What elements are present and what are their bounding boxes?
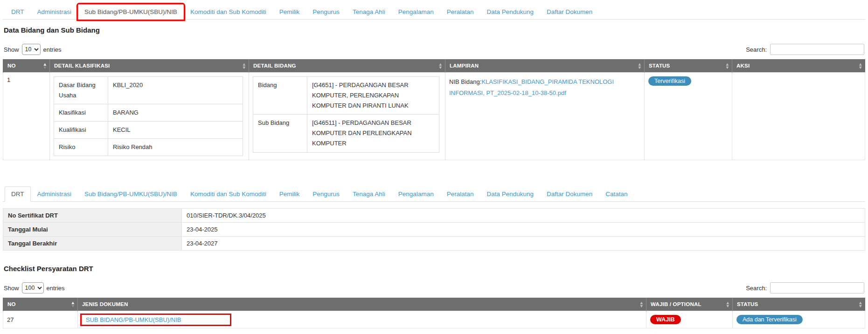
kv-label: Tanggal Berakhir xyxy=(3,237,182,251)
tab-administrasi[interactable]: Administrasi xyxy=(31,4,78,20)
tab-daftar-dokumen[interactable]: Daftar Dokumen xyxy=(540,4,599,20)
cell-lampiran: NIB Bidang:KLASIFIKASI_BIDANG_PIRAMIDA T… xyxy=(445,73,645,160)
col-label: NO xyxy=(7,63,16,68)
sort-asc-icon xyxy=(44,62,46,69)
tab2-pemilik[interactable]: Pemilik xyxy=(273,186,306,202)
tab-pengurus[interactable]: Pengurus xyxy=(306,4,346,20)
show-label: Show xyxy=(4,46,19,53)
search-label: Search: xyxy=(746,46,767,53)
kv-row: Tanggal Mulai23-04-2025 xyxy=(3,223,865,237)
section-title-checklist: Checklist Persyaratan DRT xyxy=(4,265,865,273)
inner-row: KualifikasiKECIL xyxy=(54,122,243,139)
checklist-search-input[interactable] xyxy=(770,282,864,293)
kv-value: 23-04-2027 xyxy=(182,237,865,251)
col-label: NO xyxy=(7,301,16,307)
kv-value: 010/SIER-TDR/DK.3/04/2025 xyxy=(182,209,865,223)
sort-icon xyxy=(859,62,861,69)
bidang-table-row: 1 Dasar Bidang UsahaKBLI_2020 Klasifikas… xyxy=(3,73,865,160)
primary-tabbar: DRT Administrasi Sub Bidang/PB-UMKU(SBU)… xyxy=(3,4,865,20)
cell-no: 27 xyxy=(3,311,78,328)
tab2-pengalaman[interactable]: Pengalaman xyxy=(392,186,440,202)
klasifikasi-inner-table: Dasar Bidang UsahaKBLI_2020 KlasifikasiB… xyxy=(54,76,243,156)
inner-value: KECIL xyxy=(108,122,243,139)
tab-sub-bidang-pb-umku[interactable]: Sub Bidang/PB-UMKU(SBU)/NIB xyxy=(78,4,184,20)
spacer xyxy=(3,160,865,186)
tab2-sub-bidang-pb-umku[interactable]: Sub Bidang/PB-UMKU(SBU)/NIB xyxy=(78,186,184,202)
sort-icon xyxy=(243,62,245,69)
checklist-col-status[interactable]: STATUS xyxy=(733,298,865,311)
cell-aksi xyxy=(732,73,865,160)
tab-komoditi[interactable]: Komoditi dan Sub Komoditi xyxy=(184,4,273,20)
bidang-col-lampiran[interactable]: LAMPIRAN xyxy=(445,59,645,73)
tab2-tenaga-ahli[interactable]: Tenaga Ahli xyxy=(346,186,392,202)
inner-row: KlasifikasiBARANG xyxy=(54,104,243,122)
kv-value: 23-04-2025 xyxy=(182,223,865,237)
sort-icon xyxy=(639,62,641,69)
sort-icon xyxy=(727,301,729,307)
entries-label: entries xyxy=(43,46,62,53)
kv-label: Tanggal Mulai xyxy=(3,223,182,237)
section-title-bidang: Data Bidang dan Sub Bidang xyxy=(4,26,865,34)
checklist-col-jenis-dokumen[interactable]: JENIS DOKUMEN xyxy=(78,298,646,311)
sort-asc-icon xyxy=(72,301,74,307)
tab-peralatan[interactable]: Peralatan xyxy=(440,4,480,20)
bidang-page-length-control: Show 10 entries xyxy=(4,44,62,55)
inner-value: KBLI_2020 xyxy=(108,77,243,104)
inner-label: Klasifikasi xyxy=(54,104,108,122)
sort-icon xyxy=(640,301,643,307)
sort-icon xyxy=(726,62,729,69)
col-label: DETAIL KLASIFIKASI xyxy=(54,63,110,68)
tab-data-pendukung[interactable]: Data Pendukung xyxy=(480,4,540,20)
entries-label: entries xyxy=(47,285,65,292)
checklist-col-no[interactable]: NO xyxy=(3,298,78,311)
drt-detail-table: No Sertifikat DRT010/SIER-TDR/DK.3/04/20… xyxy=(3,208,865,251)
jenis-dokumen-link[interactable]: SUB BIDANG/PB-UMKU(SBU)/NIB xyxy=(86,316,181,323)
checklist-search-control: Search: xyxy=(746,282,864,293)
bidang-table-controls: Show 10 entries Search: xyxy=(4,44,864,55)
page: DRT Administrasi Sub Bidang/PB-UMKU(SBU)… xyxy=(0,0,868,334)
bidang-col-detail-bidang[interactable]: DETAIL BIDANG xyxy=(249,59,445,73)
bidang-page-length-select[interactable]: 10 xyxy=(22,44,41,55)
col-label: JENIS DOKUMEN xyxy=(82,301,128,307)
bidang-search-input[interactable] xyxy=(770,44,864,55)
tab2-pengurus[interactable]: Pengurus xyxy=(306,186,346,202)
checklist-page-length-select[interactable]: 100 xyxy=(22,282,44,293)
tab2-administrasi[interactable]: Administrasi xyxy=(31,186,78,202)
col-label: DETAIL BIDANG xyxy=(253,63,296,68)
bidang-col-status[interactable]: STATUS xyxy=(645,59,732,73)
inner-label: Risiko xyxy=(54,139,108,156)
bidang-header-row: NO DETAIL KLASIFIKASI DETAIL BIDANG LAMP… xyxy=(3,59,865,73)
bidang-col-detail-klasifikasi[interactable]: DETAIL KLASIFIKASI xyxy=(50,59,249,73)
inner-label: Kualifikasi xyxy=(54,122,108,139)
tab2-komoditi[interactable]: Komoditi dan Sub Komoditi xyxy=(184,186,273,202)
tab-tenaga-ahli[interactable]: Tenaga Ahli xyxy=(346,4,392,20)
status-badge: Terverifikasi xyxy=(648,76,691,86)
tab2-drt[interactable]: DRT xyxy=(5,186,31,202)
search-label: Search: xyxy=(746,285,767,292)
tab-pemilik[interactable]: Pemilik xyxy=(273,4,306,20)
tab2-catatan[interactable]: Catatan xyxy=(599,186,634,202)
tab2-peralatan[interactable]: Peralatan xyxy=(440,186,480,202)
inner-value: BARANG xyxy=(108,104,243,122)
tab-pengalaman[interactable]: Pengalaman xyxy=(392,4,440,20)
checklist-col-wajib-optional[interactable]: WAJIB / OPTIONAL xyxy=(646,298,733,311)
inner-value: [G46511] - PERDAGANGAN BESAR KOMPUTER DA… xyxy=(307,115,439,152)
bidang-col-no[interactable]: NO xyxy=(3,59,50,73)
checklist-table: NO JENIS DOKUMEN WAJIB / OPTIONAL STATUS… xyxy=(3,298,865,328)
col-label: STATUS xyxy=(649,63,670,68)
tab-drt[interactable]: DRT xyxy=(5,4,31,20)
tab2-daftar-dokumen[interactable]: Daftar Dokumen xyxy=(540,186,599,202)
kv-label: No Sertifikat DRT xyxy=(3,209,182,223)
inner-value: [G4651] - PERDAGANGAN BESAR KOMPUTER, PE… xyxy=(307,77,439,115)
bidang-inner-table: Bidang[G4651] - PERDAGANGAN BESAR KOMPUT… xyxy=(253,76,439,153)
secondary-tabbar: DRT Administrasi Sub Bidang/PB-UMKU(SBU)… xyxy=(3,186,865,202)
sort-icon xyxy=(439,62,442,69)
tab2-data-pendukung[interactable]: Data Pendukung xyxy=(480,186,540,202)
cell-wajib-optional: WAJIB xyxy=(646,311,733,328)
cell-no: 1 xyxy=(3,73,50,160)
inner-label: Dasar Bidang Usaha xyxy=(54,77,108,104)
checklist-table-row: 27 SUB BIDANG/PB-UMKU(SBU)/NIB WAJIB Ada… xyxy=(3,311,865,328)
checklist-table-controls: Show 100 entries Search: xyxy=(4,282,864,293)
bidang-col-aksi[interactable]: AKSI xyxy=(732,59,865,73)
annotation-red-box: SUB BIDANG/PB-UMKU(SBU)/NIB xyxy=(80,314,231,326)
